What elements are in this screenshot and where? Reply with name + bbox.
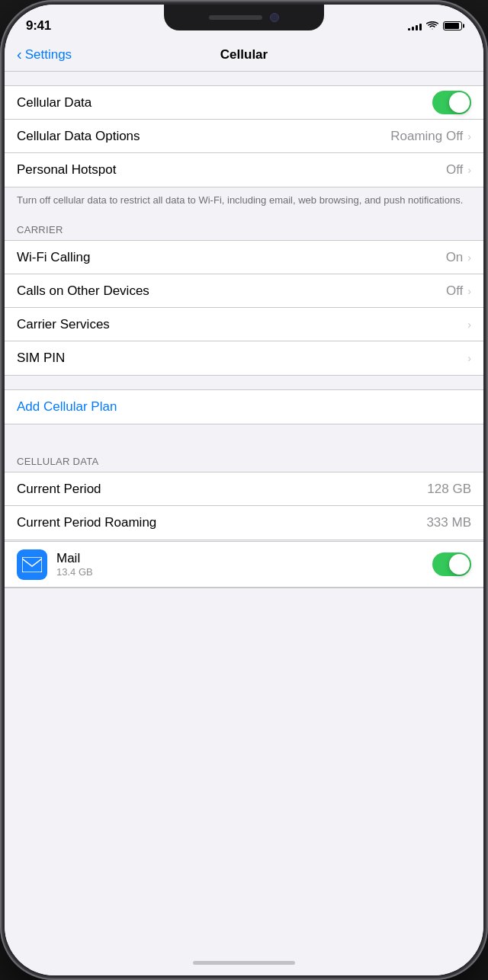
cellular-data-options-value: Roaming Off (390, 129, 463, 144)
cellular-data-options-row[interactable]: Cellular Data Options Roaming Off › (5, 120, 483, 153)
wifi-calling-right: On › (446, 250, 471, 265)
page-title: Cellular (220, 47, 268, 62)
chevron-right-icon: › (467, 352, 471, 364)
current-period-row: Current Period 128 GB (5, 472, 483, 506)
wifi-calling-value: On (446, 250, 464, 265)
sim-pin-row[interactable]: SIM PIN › (5, 341, 483, 375)
mail-app-size: 13.4 GB (56, 566, 432, 578)
sim-pin-label: SIM PIN (17, 351, 65, 366)
personal-hotspot-right: Off › (446, 162, 471, 178)
add-cellular-plan-row[interactable]: Add Cellular Plan (5, 389, 483, 424)
back-label: Settings (25, 47, 72, 62)
calls-other-devices-label: Calls on Other Devices (17, 283, 149, 299)
carrier-services-label: Carrier Services (17, 317, 110, 332)
content-area[interactable]: Cellular Data Cellular Data Options Roam… (5, 72, 483, 950)
add-cellular-plan-link[interactable]: Add Cellular Plan (17, 399, 117, 415)
chevron-right-icon: › (467, 130, 471, 143)
cellular-data-section-header: CELLULAR DATA (5, 451, 483, 472)
calls-other-devices-row[interactable]: Calls on Other Devices Off › (5, 274, 483, 308)
current-period-roaming-row: Current Period Roaming 333 MB (5, 506, 483, 540)
current-period-roaming-value: 333 MB (426, 515, 471, 530)
front-camera (270, 13, 279, 22)
personal-hotspot-row[interactable]: Personal Hotspot Off › (5, 153, 483, 187)
screen: 9:41 (5, 5, 483, 975)
back-chevron-icon: ‹ (17, 46, 22, 63)
data-usage-list: Current Period 128 GB Current Period Roa… (5, 472, 483, 540)
cellular-settings-list: Cellular Data Cellular Data Options Roam… (5, 85, 483, 187)
mail-toggle[interactable] (432, 552, 471, 576)
notch (164, 5, 324, 30)
cellular-data-toggle[interactable] (432, 91, 471, 114)
toggle-thumb (449, 92, 470, 113)
current-period-value: 128 GB (427, 482, 471, 497)
carrier-section-header: CARRIER (5, 219, 483, 240)
cellular-data-row[interactable]: Cellular Data (5, 86, 483, 120)
chevron-right-icon: › (467, 164, 471, 176)
mail-app-row[interactable]: Mail 13.4 GB (5, 542, 483, 588)
personal-hotspot-value: Off (446, 162, 463, 178)
chevron-right-icon: › (467, 251, 471, 264)
app-list: Mail 13.4 GB (5, 541, 483, 588)
svg-rect-0 (22, 557, 42, 572)
battery-fill (445, 23, 459, 29)
phone-frame: 9:41 (0, 0, 488, 980)
bottom-padding (5, 588, 483, 619)
sim-pin-right: › (467, 352, 471, 364)
battery-icon (443, 21, 462, 30)
speaker (209, 15, 262, 20)
home-bar (193, 961, 295, 965)
status-icons (408, 21, 462, 30)
top-gap (5, 72, 483, 85)
gap-2 (5, 376, 483, 389)
cellular-data-options-right: Roaming Off › (390, 129, 471, 144)
cellular-data-description: Turn off cellular data to restrict all d… (5, 187, 483, 219)
mail-app-name: Mail (56, 551, 432, 566)
wifi-calling-row[interactable]: Wi-Fi Calling On › (5, 241, 483, 274)
toggle-thumb (449, 554, 470, 575)
mail-app-info: Mail 13.4 GB (56, 551, 432, 578)
calls-other-devices-right: Off › (446, 283, 471, 299)
cellular-data-options-label: Cellular Data Options (17, 129, 140, 144)
home-indicator (5, 950, 483, 975)
phone-inner: 9:41 (5, 5, 483, 975)
wifi-calling-label: Wi-Fi Calling (17, 250, 90, 265)
chevron-right-icon: › (467, 285, 471, 297)
nav-bar: ‹ Settings Cellular (5, 38, 483, 72)
status-time: 9:41 (26, 18, 51, 34)
mail-envelope-icon (22, 557, 42, 572)
mail-app-icon (17, 549, 47, 580)
carrier-services-right: › (467, 319, 471, 331)
current-period-label: Current Period (17, 482, 101, 497)
back-button[interactable]: ‹ Settings (17, 46, 72, 63)
personal-hotspot-label: Personal Hotspot (17, 162, 116, 178)
carrier-services-row[interactable]: Carrier Services › (5, 308, 483, 341)
cellular-data-label: Cellular Data (17, 95, 92, 110)
current-period-roaming-label: Current Period Roaming (17, 515, 156, 530)
gap-3 (5, 424, 483, 451)
calls-other-devices-value: Off (446, 283, 463, 299)
signal-icon (408, 21, 422, 30)
carrier-settings-list: Wi-Fi Calling On › Calls on Other Device… (5, 240, 483, 376)
chevron-right-icon: › (467, 319, 471, 331)
wifi-icon (426, 21, 438, 30)
